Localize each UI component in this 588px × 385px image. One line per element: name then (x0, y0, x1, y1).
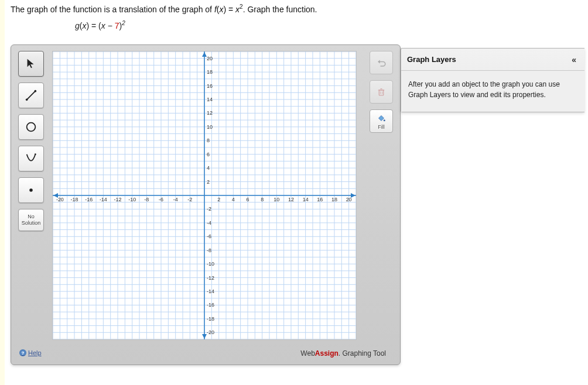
no-solution-label-1: No (28, 214, 35, 220)
svg-text:6: 6 (246, 197, 249, 202)
svg-text:-20: -20 (56, 197, 64, 202)
svg-text:18: 18 (331, 197, 337, 202)
svg-text:-6: -6 (159, 197, 163, 202)
fill-label: Fill (378, 124, 385, 130)
pointer-tool-button[interactable] (18, 51, 44, 77)
graph-layers-panel: Graph Layers « After you add an object t… (401, 48, 584, 112)
svg-text:14: 14 (207, 97, 213, 102)
svg-text:18: 18 (207, 69, 213, 75)
question-prompt: The graph of the function is a translati… (11, 4, 317, 14)
parabola-icon (25, 152, 37, 165)
no-solution-label-2: Solution (22, 220, 41, 226)
svg-text:2: 2 (207, 179, 210, 185)
question-equation: g(x) = (x − 7)2 (75, 20, 125, 30)
fill-icon (376, 113, 387, 123)
svg-point-143 (384, 119, 385, 121)
svg-text:-4: -4 (207, 220, 211, 226)
right-toolbar: Fill (368, 51, 394, 133)
graphing-tool-frame: No Solution -20-18-16-14-12-10-8-6-4-224… (11, 44, 401, 365)
point-tool-button[interactable] (18, 177, 44, 203)
svg-text:10: 10 (274, 197, 279, 202)
svg-text:8: 8 (207, 138, 210, 143)
point-icon (25, 184, 37, 197)
svg-text:-10: -10 (128, 197, 136, 202)
svg-text:20: 20 (207, 56, 213, 61)
svg-text:-14: -14 (207, 288, 214, 294)
svg-marker-97 (202, 334, 207, 339)
svg-text:-4: -4 (173, 197, 178, 202)
delete-button[interactable] (370, 80, 393, 104)
svg-text:-8: -8 (144, 197, 149, 202)
fill-button[interactable]: Fill (370, 109, 393, 133)
graph-layers-title: Graph Layers (407, 55, 456, 64)
svg-text:-16: -16 (207, 302, 214, 308)
svg-text:12: 12 (288, 197, 294, 202)
undo-icon (376, 57, 387, 68)
svg-line-0 (27, 91, 36, 100)
svg-text:-8: -8 (207, 248, 211, 253)
help-icon: ? (19, 349, 26, 356)
pointer-icon (25, 57, 37, 70)
svg-point-1 (26, 99, 28, 101)
svg-text:-12: -12 (207, 275, 214, 281)
collapse-panel-button[interactable]: « (569, 54, 579, 66)
trash-icon (376, 87, 387, 97)
svg-rect-138 (379, 90, 384, 95)
graph-layers-body: After you add an object to the graph you… (401, 71, 584, 112)
svg-text:8: 8 (261, 197, 264, 202)
no-solution-button[interactable]: No Solution (18, 209, 44, 231)
svg-text:16: 16 (317, 197, 323, 202)
circle-tool-button[interactable] (18, 114, 44, 140)
svg-text:16: 16 (207, 83, 213, 89)
svg-text:-14: -14 (100, 197, 107, 202)
line-icon (25, 89, 37, 102)
svg-text:-18: -18 (207, 316, 214, 322)
parabola-tool-button[interactable] (18, 146, 44, 171)
svg-text:4: 4 (207, 165, 210, 171)
svg-point-2 (35, 90, 37, 92)
svg-text:2: 2 (217, 197, 220, 202)
svg-point-3 (27, 123, 36, 132)
svg-text:-2: -2 (207, 206, 211, 212)
svg-text:-18: -18 (71, 197, 78, 202)
svg-text:-20: -20 (207, 329, 214, 335)
svg-text:-10: -10 (207, 261, 214, 267)
graph-canvas[interactable]: -20-18-16-14-12-10-8-6-4-224681012141618… (52, 51, 357, 340)
brand-label: WebAssign. Graphing Tool (300, 349, 386, 358)
svg-marker-96 (202, 52, 207, 57)
svg-text:12: 12 (207, 110, 213, 116)
svg-text:-12: -12 (114, 197, 122, 202)
svg-text:-16: -16 (85, 197, 93, 202)
svg-point-4 (35, 153, 36, 155)
line-tool-button[interactable] (18, 82, 44, 108)
svg-text:-6: -6 (207, 233, 211, 239)
svg-text:20: 20 (346, 197, 352, 202)
svg-text:14: 14 (303, 197, 309, 202)
help-label: Help (28, 349, 42, 356)
svg-text:6: 6 (207, 152, 210, 157)
svg-text:-2: -2 (187, 197, 192, 202)
svg-point-5 (29, 188, 33, 192)
circle-icon (25, 121, 37, 133)
undo-button[interactable] (370, 51, 393, 74)
svg-text:10: 10 (207, 124, 213, 130)
left-toolbar: No Solution (17, 51, 45, 231)
help-link[interactable]: ? Help (19, 349, 42, 356)
svg-text:4: 4 (232, 197, 235, 202)
